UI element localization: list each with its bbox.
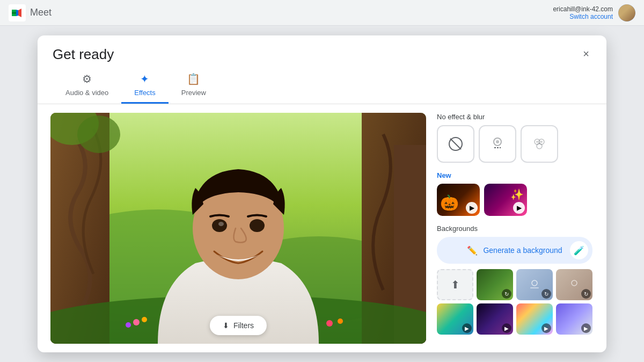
sparkle-icon: ✨ xyxy=(510,188,524,201)
generate-bg-label: Generate a background xyxy=(483,246,562,255)
no-effect-button[interactable] xyxy=(437,125,474,163)
filters-label: Filters xyxy=(233,321,254,330)
audio-video-icon: ⚙ xyxy=(82,73,92,85)
purple-play-icon: ▶ xyxy=(513,202,525,214)
bg-galaxy-thumb[interactable]: ▶ xyxy=(477,303,513,335)
bg-room-thumb[interactable]: ▶ xyxy=(556,303,592,335)
generate-bg-pencil-icon: ✏️ xyxy=(467,245,478,256)
bg-grid-row1: ⬆ ↻ ↻ xyxy=(437,269,592,300)
halloween-effect-item[interactable]: 🎃 ▶ xyxy=(437,184,480,216)
bg-grid-row2: ▶ ▶ ▶ ▶ xyxy=(437,303,592,335)
svg-point-10 xyxy=(133,319,140,325)
pumpkin-icon: 🎃 xyxy=(440,194,459,212)
get-ready-dialog: Get ready × ⚙ Audio & video ✦ Effects 📋 … xyxy=(38,35,606,352)
backgrounds-section: Backgrounds ✏️ Generate a background 🧪 ⬆… xyxy=(437,225,592,335)
no-effect-icon xyxy=(448,136,463,151)
halloween-play-icon: ▶ xyxy=(466,202,478,214)
svg-point-11 xyxy=(142,317,147,322)
no-effect-section: No effect & blur xyxy=(437,113,592,163)
bg-blur1-thumb[interactable]: ↻ xyxy=(516,269,553,300)
tab-preview[interactable]: 📋 Preview xyxy=(169,67,219,104)
flask-icon: 🧪 xyxy=(570,241,588,259)
svg-point-12 xyxy=(126,322,131,328)
effect-buttons-row xyxy=(437,125,592,163)
backgrounds-label: Backgrounds xyxy=(437,225,592,233)
dialog-title: Get ready xyxy=(53,46,591,63)
bg-blur2-thumb[interactable]: ↻ xyxy=(556,269,592,300)
tab-audio-video-label: Audio & video xyxy=(65,89,108,97)
purple-effect-item[interactable]: ✨ ▶ xyxy=(484,184,527,216)
bg-forest-thumb[interactable]: ↻ xyxy=(477,269,513,300)
video-preview-area: ⬇ Filters xyxy=(50,113,426,344)
app-name: Meet xyxy=(30,7,52,18)
strong-blur-button[interactable] xyxy=(521,125,558,163)
svg-point-29 xyxy=(540,141,543,143)
slight-blur-icon xyxy=(490,136,505,151)
preview-icon: 📋 xyxy=(187,73,200,85)
strong-blur-icon xyxy=(532,136,547,151)
dialog-body: ⬇ Filters No effect & blur xyxy=(38,104,606,352)
tab-audio-video[interactable]: ⚙ Audio & video xyxy=(53,67,121,104)
no-effect-label: No effect & blur xyxy=(437,113,592,121)
bg-colorful-thumb[interactable]: ▶ xyxy=(516,303,553,335)
dialog-header: Get ready × xyxy=(38,35,606,63)
svg-point-27 xyxy=(537,143,542,149)
right-panel: No effect & blur xyxy=(437,113,592,344)
blur1-icon xyxy=(528,278,541,291)
svg-point-32 xyxy=(572,280,577,286)
blur2-icon xyxy=(568,278,581,291)
svg-line-21 xyxy=(450,139,461,149)
filters-button[interactable]: ⬇ Filters xyxy=(210,316,267,335)
close-button[interactable]: × xyxy=(576,44,596,63)
new-section: New 🎃 ▶ ✨ ▶ xyxy=(437,171,592,216)
generate-background-button[interactable]: ✏️ Generate a background 🧪 xyxy=(437,237,592,264)
svg-point-6 xyxy=(77,115,120,153)
new-items-row: 🎃 ▶ ✨ ▶ xyxy=(437,184,592,216)
main-background: Get ready × ⚙ Audio & video ✦ Effects 📋 … xyxy=(0,26,644,362)
room-play-icon: ▶ xyxy=(581,323,591,333)
upload-icon: ⬆ xyxy=(451,278,460,291)
avatar-image xyxy=(618,4,635,21)
filters-down-icon: ⬇ xyxy=(223,321,229,330)
effects-icon: ✦ xyxy=(140,73,149,85)
svg-point-30 xyxy=(532,280,537,286)
svg-rect-31 xyxy=(530,287,539,288)
video-canvas xyxy=(50,113,426,344)
svg-point-24 xyxy=(496,140,499,143)
bg-upload-button[interactable]: ⬆ xyxy=(437,269,473,300)
blur1-refresh-icon: ↻ xyxy=(541,289,551,299)
tab-effects-label: Effects xyxy=(134,89,156,97)
svg-point-28 xyxy=(536,141,538,143)
new-label: New xyxy=(437,171,592,179)
avatar[interactable] xyxy=(618,4,635,21)
blur2-refresh-icon: ↻ xyxy=(581,289,591,299)
tab-preview-label: Preview xyxy=(181,89,206,97)
slight-blur-button[interactable] xyxy=(479,125,516,163)
svg-point-14 xyxy=(338,318,343,324)
account-email: ericahill@ink-42.com xyxy=(553,5,613,13)
meet-logo-icon xyxy=(9,4,26,21)
account-area: ericahill@ink-42.com Switch account xyxy=(553,4,635,21)
svg-point-18 xyxy=(250,219,265,232)
top-bar: Meet ericahill@ink-42.com Switch account xyxy=(0,0,644,26)
tab-effects[interactable]: ✦ Effects xyxy=(121,67,169,104)
forest-refresh-icon: ↻ xyxy=(502,289,511,299)
colorful-play-icon: ▶ xyxy=(541,323,551,333)
switch-account-link[interactable]: Switch account xyxy=(553,13,613,20)
tabs-bar: ⚙ Audio & video ✦ Effects 📋 Preview xyxy=(38,67,606,104)
svg-point-19 xyxy=(218,222,224,226)
bg-beach-thumb[interactable]: ▶ xyxy=(437,303,473,335)
beach-play-icon: ▶ xyxy=(462,323,472,333)
galaxy-play-icon: ▶ xyxy=(502,323,511,333)
account-info: ericahill@ink-42.com Switch account xyxy=(553,5,613,20)
app-logo-area: Meet xyxy=(9,4,52,21)
svg-point-13 xyxy=(326,320,333,327)
